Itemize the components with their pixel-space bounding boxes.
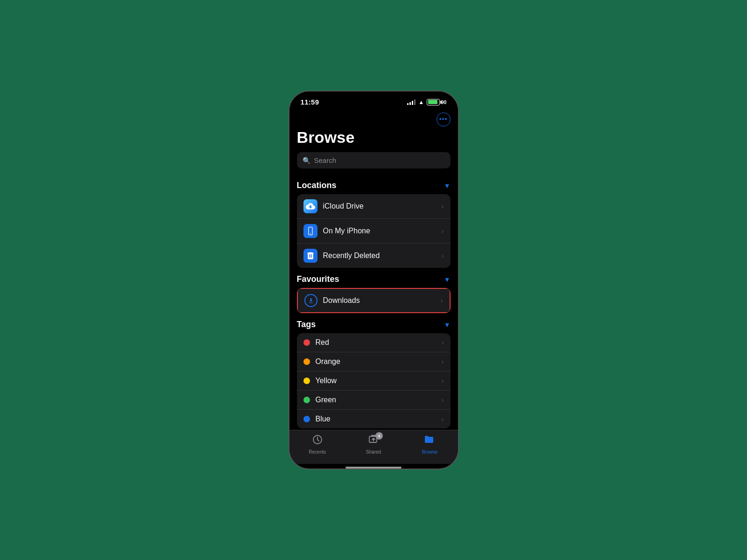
list-item[interactable]: Recently Deleted › xyxy=(297,244,451,268)
recently-deleted-chevron-icon: › xyxy=(442,252,444,259)
search-placeholder: Search xyxy=(314,156,337,164)
locations-chevron-icon[interactable]: ▼ xyxy=(444,182,451,189)
tag-red-item[interactable]: Red › xyxy=(297,333,451,352)
home-indicator xyxy=(345,467,402,469)
page-title: Browse xyxy=(289,128,458,152)
on-my-iphone-label: On My iPhone xyxy=(323,227,442,235)
more-options-button[interactable]: ••• xyxy=(437,112,451,126)
favourites-section-header: Favourites ▼ xyxy=(289,272,458,288)
shared-badge: 4 xyxy=(375,432,383,440)
list-item[interactable]: iCloud Drive › xyxy=(297,194,451,219)
list-item[interactable]: On My iPhone › xyxy=(297,219,451,244)
phone-frame: 11:59 ▲ 90 ••• Browse 🔍 Search xyxy=(289,91,459,469)
tag-red-label: Red xyxy=(316,338,442,347)
tab-browse[interactable]: Browse xyxy=(402,434,458,455)
locations-title: Locations xyxy=(297,181,337,190)
tags-section-header: Tags ▼ xyxy=(289,317,458,333)
downloads-chevron-icon: › xyxy=(441,297,443,304)
search-bar[interactable]: 🔍 Search xyxy=(297,152,451,168)
tab-browse-label: Browse xyxy=(422,449,437,455)
on-my-iphone-chevron-icon: › xyxy=(442,227,444,235)
tab-bar: Recents 4 Shared Browse xyxy=(289,430,458,464)
locations-section-header: Locations ▼ xyxy=(289,178,458,194)
tag-green-item[interactable]: Green › xyxy=(297,391,451,410)
locations-list: iCloud Drive › On My iPhone › xyxy=(297,194,451,268)
wifi-icon: ▲ xyxy=(418,99,424,105)
tag-blue-chevron-icon: › xyxy=(442,415,444,423)
signal-icon xyxy=(407,99,416,105)
tag-blue-dot xyxy=(303,416,310,422)
locations-section: Locations ▼ iCloud Drive › xyxy=(289,178,458,268)
downloads-list-item[interactable]: Downloads › xyxy=(297,288,451,313)
tab-recents-label: Recents xyxy=(309,449,326,455)
status-time: 11:59 xyxy=(301,98,319,106)
status-icons: ▲ 90 xyxy=(407,99,446,105)
battery-icon: 90 xyxy=(427,99,446,105)
icloud-drive-chevron-icon: › xyxy=(442,203,444,210)
tag-orange-label: Orange xyxy=(316,357,442,366)
recently-deleted-icon xyxy=(303,249,317,263)
tag-orange-dot xyxy=(303,358,310,365)
downloads-icon xyxy=(304,294,317,307)
tag-green-dot xyxy=(303,397,310,403)
status-bar: 11:59 ▲ 90 xyxy=(289,91,458,109)
recently-deleted-label: Recently Deleted xyxy=(323,252,442,260)
on-my-iphone-icon xyxy=(303,224,317,238)
search-icon: 🔍 xyxy=(303,157,310,164)
tab-shared-label: Shared xyxy=(366,449,381,455)
content-area: ••• Browse 🔍 Search Locations ▼ xyxy=(289,109,458,430)
favourites-chevron-icon[interactable]: ▼ xyxy=(444,276,451,283)
tab-recents[interactable]: Recents xyxy=(289,434,345,455)
svg-rect-0 xyxy=(308,227,312,235)
icloud-drive-icon xyxy=(303,199,317,213)
tags-list: Red › Orange › Yellow › Gr xyxy=(297,333,451,428)
tag-yellow-chevron-icon: › xyxy=(442,377,444,385)
favourites-title: Favourites xyxy=(297,274,339,284)
favourites-section: Favourites ▼ Downloads › xyxy=(289,272,458,313)
svg-point-1 xyxy=(310,233,311,234)
tag-yellow-label: Yellow xyxy=(316,377,442,385)
downloads-label: Downloads xyxy=(323,296,441,305)
recents-icon xyxy=(312,434,323,448)
header: ••• xyxy=(289,109,458,128)
shared-icon: 4 xyxy=(368,434,379,448)
tag-orange-item[interactable]: Orange › xyxy=(297,352,451,371)
tag-blue-label: Blue xyxy=(316,415,442,423)
tag-orange-chevron-icon: › xyxy=(442,358,444,365)
tag-red-dot xyxy=(303,339,310,346)
icloud-drive-label: iCloud Drive xyxy=(323,202,442,210)
tags-title: Tags xyxy=(297,320,316,329)
tag-yellow-dot xyxy=(303,378,310,384)
more-icon: ••• xyxy=(439,115,448,123)
tags-section: Tags ▼ Red › Orange › Y xyxy=(289,317,458,428)
browse-icon xyxy=(424,434,435,448)
tag-yellow-item[interactable]: Yellow › xyxy=(297,371,451,391)
tag-blue-item[interactable]: Blue › xyxy=(297,410,451,428)
tab-shared[interactable]: 4 Shared xyxy=(345,434,402,455)
tag-green-label: Green xyxy=(316,396,442,404)
tag-green-chevron-icon: › xyxy=(442,396,444,404)
favourites-list: Downloads › xyxy=(297,288,451,313)
tags-chevron-icon[interactable]: ▼ xyxy=(444,321,451,329)
tag-red-chevron-icon: › xyxy=(442,339,444,346)
